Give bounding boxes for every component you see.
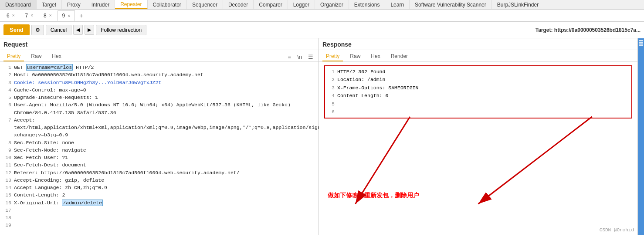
- nav-proxy[interactable]: Proxy: [62, 0, 86, 9]
- top-navigation: Dashboard Target Proxy Intruder Repeater…: [0, 0, 644, 10]
- tab-9-close[interactable]: ×: [68, 14, 70, 18]
- back-button[interactable]: ◀: [73, 25, 83, 35]
- request-line-7b: text/html,application/xhtml+xml,applicat…: [3, 124, 315, 131]
- request-line-14: 14 Accept-Language: zh-CN,zh;q=0.9: [3, 184, 315, 191]
- request-line-4: 4 Cache-Control: max-age=0: [3, 86, 315, 94]
- request-panel: Request Pretty Raw Hex ≡ \n ☰ 1 GET user…: [0, 38, 319, 235]
- response-line-5: 5: [327, 100, 630, 108]
- response-box: 1 HTTP/2 302 Found 2 Location: /admin 3 …: [324, 65, 632, 118]
- response-line-4: 4 Content-Length: 0: [327, 92, 630, 100]
- follow-redirection-button[interactable]: Follow redirection: [96, 25, 146, 35]
- nav-repeater[interactable]: Repeater: [115, 0, 147, 9]
- tab-6-close[interactable]: ×: [12, 13, 15, 18]
- settings-button[interactable]: ⚙: [31, 25, 44, 35]
- nav-dashboard[interactable]: Dashboard: [0, 0, 37, 9]
- request-line-9: 9 Sec-Fetch-Mode: navigate: [3, 146, 315, 154]
- request-tab-pretty[interactable]: Pretty: [3, 52, 24, 61]
- request-line-19: 19: [3, 221, 315, 229]
- request-line-3: 3 Cookie: session=u8FLONHgZhSy...YolD0ar…: [3, 79, 315, 86]
- request-line-7c: xchange;v=b3;q=0.9: [3, 131, 315, 139]
- request-line-18: 18: [3, 214, 315, 221]
- request-line-7: 7 Accept:: [3, 116, 315, 124]
- tab-add-button[interactable]: +: [76, 11, 86, 20]
- request-line-16: 16 X-Original-Url: /admin/delete: [3, 199, 315, 207]
- nav-sequencer[interactable]: Sequencer: [187, 0, 223, 9]
- response-line-1: 1 HTTP/2 302 Found: [327, 68, 630, 76]
- response-content: 1 HTTP/2 302 Found 2 Location: /admin 3 …: [319, 62, 637, 235]
- nav-learn[interactable]: Learn: [385, 0, 410, 9]
- request-line-10: 10 Sec-Fetch-User: ?1: [3, 154, 315, 161]
- target-url: Target: https://0a00000503526bd1815c7a..…: [536, 27, 641, 33]
- cancel-button[interactable]: Cancel: [46, 25, 71, 35]
- forward-button[interactable]: ▶: [85, 25, 94, 35]
- tab-9[interactable]: 9 ×: [58, 10, 75, 21]
- request-line-13: 13 Accept-Encoding: gzip, deflate: [3, 176, 315, 184]
- request-line-11: 11 Sec-Fetch-Dest: document: [3, 161, 315, 169]
- request-icon-more[interactable]: ☰: [306, 53, 315, 61]
- strip-bar-3: [639, 44, 643, 46]
- tab-8[interactable]: 8 ×: [39, 10, 57, 21]
- nav-target[interactable]: Target: [37, 0, 62, 9]
- strip-bar-2: [639, 42, 643, 44]
- request-tab-hex[interactable]: Hex: [48, 52, 64, 61]
- response-line-2: 2 Location: /admin: [327, 76, 630, 84]
- request-line-2: 2 Host: 0a00000503526bd1815c7ad500f10094…: [3, 71, 315, 78]
- nav-collaborator[interactable]: Collaborator: [148, 0, 187, 9]
- response-panel-tabs: Pretty Raw Hex Render: [319, 50, 637, 62]
- tab-7[interactable]: 7 ×: [20, 10, 38, 21]
- nav-comparer[interactable]: Comparer: [254, 0, 288, 9]
- repeater-tabs: 6 × 7 × 8 × 9 × +: [0, 10, 644, 22]
- nav-decoder[interactable]: Decoder: [223, 0, 254, 9]
- request-line-1: 1 GET username=carlos HTTP/2: [3, 64, 315, 71]
- response-tab-render[interactable]: Render: [387, 52, 411, 61]
- response-tab-hex[interactable]: Hex: [367, 52, 383, 61]
- nav-extensions[interactable]: Extensions: [349, 0, 386, 9]
- request-line-15: 15 Content-Length: 2: [3, 191, 315, 199]
- request-panel-tabs: Pretty Raw Hex ≡ \n ☰: [0, 50, 319, 62]
- tab-6[interactable]: 6 ×: [2, 10, 20, 21]
- request-icon-list[interactable]: ≡: [286, 53, 293, 61]
- response-tab-raw[interactable]: Raw: [346, 52, 364, 61]
- request-line-5: 5 Upgrade-Insecure-Requests: 1: [3, 94, 315, 101]
- response-panel: Response Pretty Raw Hex Render 1 HTTP/2 …: [319, 38, 638, 235]
- nav-organizer[interactable]: Organizer: [315, 0, 349, 9]
- tab-8-close[interactable]: ×: [49, 13, 52, 18]
- request-line-17: 17: [3, 207, 315, 214]
- request-panel-title: Request: [0, 38, 319, 50]
- nav-logger[interactable]: Logger: [288, 0, 315, 9]
- response-line-3: 3 X-Frame-Options: SAMEORIGIN: [327, 84, 630, 92]
- tab-7-close[interactable]: ×: [31, 13, 33, 18]
- request-icon-wrap[interactable]: \n: [295, 53, 304, 61]
- request-tab-raw[interactable]: Raw: [27, 52, 45, 61]
- request-content[interactable]: 1 GET username=carlos HTTP/2 2 Host: 0a0…: [0, 62, 319, 235]
- strip-bar-1: [639, 40, 643, 41]
- nav-intruder[interactable]: Intruder: [86, 0, 115, 9]
- main-area: Request Pretty Raw Hex ≡ \n ☰ 1 GET user…: [0, 38, 644, 235]
- nav-svs[interactable]: Software Vulnerability Scanner: [410, 0, 492, 9]
- nav-burpjslinkfinder[interactable]: BurpJSLinkFinder: [492, 0, 544, 9]
- response-tab-pretty[interactable]: Pretty: [322, 52, 343, 61]
- annotation-text: 做如下修改，重新发包，删除用户: [328, 191, 419, 200]
- response-panel-title: Response: [319, 38, 637, 50]
- request-line-8: 8 Sec-Fetch-Site: none: [3, 139, 315, 146]
- send-button[interactable]: Send: [3, 24, 30, 35]
- request-line-12: 12 Referer: https://0a00000503526bd1815c…: [3, 169, 315, 176]
- response-line-6: 6: [327, 108, 630, 116]
- request-line-6: 6 User-Agent: Mozilla/5.0 (Windows NT 10…: [3, 101, 315, 108]
- request-line-6b: Chrome/84.0.4147.135 Safari/537.36: [3, 109, 315, 116]
- blue-side-strip: [638, 38, 644, 235]
- watermark: CSDN @Orchid: [600, 227, 634, 234]
- repeater-toolbar: Send ⚙ Cancel ◀ ▶ Follow redirection Tar…: [0, 22, 644, 38]
